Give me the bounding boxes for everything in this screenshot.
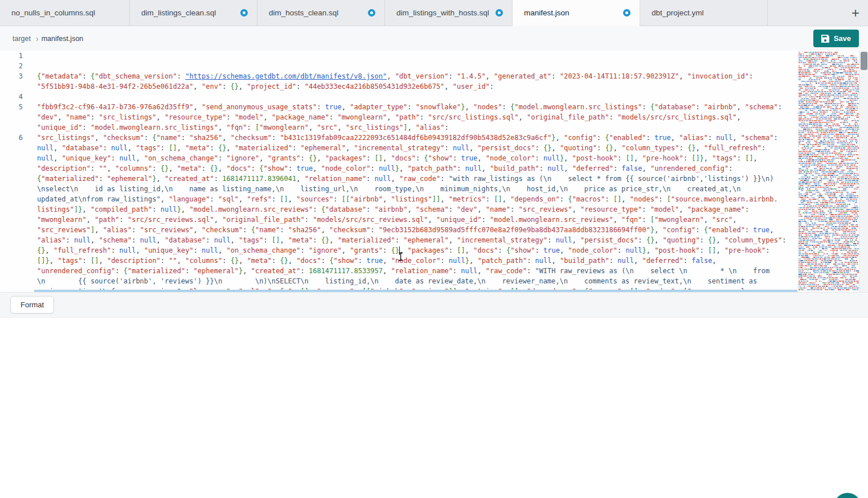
line-number [0,81,23,92]
tab-bar: no_nulls_in_columns.sqldim_listings_clea… [0,0,868,26]
tab-dim_listings_with_hosts.sql[interactable]: dim_listings_with_hosts.sql [385,0,513,26]
line-number [0,235,23,245]
scrollbar-thumb[interactable] [861,52,867,70]
code-row[interactable]: "src_reviews"], "alias": "src_reviews", … [0,225,797,235]
line-number: 4 [0,92,23,102]
code-row[interactable]: "unrendered_config": {"materialized": "e… [0,266,797,276]
code-row[interactable]: 3{"metadata": {"dbt_schema_version": "ht… [0,71,797,81]
code-text: {"materialized": "ephemeral"}, "created_… [37,174,773,184]
ide-window: no_nulls_in_columns.sqldim_listings_clea… [0,0,868,498]
modified-dot-icon [240,9,248,17]
code-row[interactable]: \n {{ source('airbnb', 'reviews') }}\n \… [0,276,797,286]
tab-label: manifest.json [524,9,619,17]
tab-label: dim_listings_clean.sql [141,9,236,17]
line-number: 6 [0,133,23,143]
line-number [0,245,23,256]
line-number [0,153,23,163]
line-number: 5 [0,102,23,112]
tab-dim_hosts_clean.sql[interactable]: dim_hosts_clean.sql [257,0,385,26]
code-row[interactable]: "alias": null, "schema": null, "database… [0,235,797,245]
tab-dbt_project.yml[interactable]: dbt_project.yml [640,0,768,26]
code-text: "alias": null, "schema": null, "database… [37,235,786,245]
code-row[interactable]: \nselect\n id as listing_id,\n name as l… [0,184,797,194]
file-header: target›manifest.json Save [0,26,868,51]
code-text: \n {{ source('airbnb', 'reviews') }}\n \… [37,276,757,286]
code-row[interactable]: 1 [0,51,797,61]
tab-dim_listings_clean.sql[interactable]: dim_listings_clean.sql [130,0,257,26]
save-floppy-icon [821,35,829,43]
code-row[interactable]: null, "database": null, "tags": [], "met… [0,143,797,153]
code-editor[interactable]: 123{"metadata": {"dbt_schema_version": "… [0,51,868,292]
code-text: {}, "full_refresh": null, "unique_key": … [37,245,769,256]
line-number: 1 [0,51,23,61]
code-text: "mwonglearn", "path": "src/src_reviews.s… [37,215,736,225]
code-area[interactable]: 123{"metadata": {"dbt_schema_version": "… [0,51,797,292]
breadcrumb-segment[interactable]: target [13,35,31,43]
results-panel [0,318,868,497]
line-number [0,122,23,133]
code-row[interactable]: "mwonglearn", "path": "src/src_reviews.s… [0,215,797,225]
code-row[interactable]: listings"]}, "compiled_path": null}, "mo… [0,204,797,215]
tab-no_nulls_in_columns.sql[interactable]: no_nulls_in_columns.sql [0,0,130,26]
line-number [0,194,23,204]
new-tab-button[interactable]: + [843,0,868,26]
modified-dot-icon [368,9,375,17]
code-row[interactable]: 5"fbb9f3c2-cf96-4a17-b736-976a62d35ff9",… [0,102,797,112]
code-row[interactable]: "5f51bb91-94b8-4e31-94f2-26b5e061d22a", … [0,81,797,92]
line-number [0,174,23,184]
tab-label: no_nulls_in_columns.sql [11,9,120,17]
code-text: \nselect\n id as listing_id,\n name as l… [37,184,740,194]
modified-dot-icon [496,9,503,17]
save-button[interactable]: Save [813,30,859,47]
line-number [0,286,23,292]
line-number [0,204,23,215]
code-row[interactable]: "dev", "name": "src_listings", "resource… [0,112,797,122]
code-row[interactable]: "description": "", "columns": {}, "meta"… [0,163,797,174]
code-row[interactable]: {"materialized": "ephemeral"}, "created_… [0,174,797,184]
tab-label: dim_hosts_clean.sql [269,9,363,17]
code-row[interactable]: 6"src_listings", "checksum": {"name": "s… [0,133,797,143]
code-row[interactable]: []}, "tags": [], "description": "", "col… [0,256,797,266]
code-text: "unrendered_config": {"materialized": "e… [37,266,769,276]
code-text: null, "unique_key": null, "on_schema_cha… [37,153,758,163]
editor-action-bar: Format [0,292,868,318]
line-number [0,256,23,266]
code-text: "fbb9f3c2-cf96-4a17-b736-976a62d35ff9", … [37,102,782,112]
line-number [0,112,23,122]
tab-label: dim_listings_with_hosts.sql [396,9,491,17]
save-button-label: Save [834,34,851,43]
code-row[interactable]: 4 [0,92,797,102]
code-text: "description": "", "columns": {}, "meta"… [37,163,732,174]
code-row[interactable]: updated_at\nfrom raw_listings", "languag… [0,194,797,204]
format-button[interactable]: Format [10,296,54,314]
line-number [0,225,23,235]
editor-scroll-hint [34,290,797,292]
line-number [0,163,23,174]
line-number [0,276,23,286]
plus-icon: + [851,5,859,21]
chevron-right-icon: › [36,34,39,43]
tab-label: dbt_project.yml [652,9,758,17]
tab-manifest.json[interactable]: manifest.json [513,0,640,26]
line-number [0,143,23,153]
code-text: "src_listings", "checksum": {"name": "sh… [37,133,778,143]
line-number [0,215,23,225]
minimap[interactable] [797,51,861,292]
code-row[interactable]: 2 [0,61,797,71]
breadcrumb-segment[interactable]: manifest.json [42,35,84,43]
line-number [0,184,23,194]
line-number: 3 [0,71,23,81]
breadcrumb: target›manifest.json [13,34,83,43]
text-caret [399,246,400,255]
code-text: listings"]}, "compiled_path": null}, "mo… [37,204,749,215]
code-row[interactable]: null, "unique_key": null, "on_schema_cha… [0,153,797,163]
code-text: "src_reviews"], "alias": "src_reviews", … [37,225,774,235]
line-number: 2 [0,61,23,71]
code-text: "5f51bb91-94b8-4e31-94f2-26b5e061d22a", … [37,81,494,92]
code-row[interactable]: "unique_id": "model.mwonglearn.src_listi… [0,122,797,133]
vertical-scrollbar[interactable] [859,51,868,292]
code-text: "dev", "name": "src_listings", "resource… [37,112,741,122]
modified-dot-icon [623,9,630,17]
code-text: null, "database": null, "tags": [], "met… [37,143,765,153]
code-text: "unique_id": "model.mwonglearn.src_listi… [37,122,449,133]
